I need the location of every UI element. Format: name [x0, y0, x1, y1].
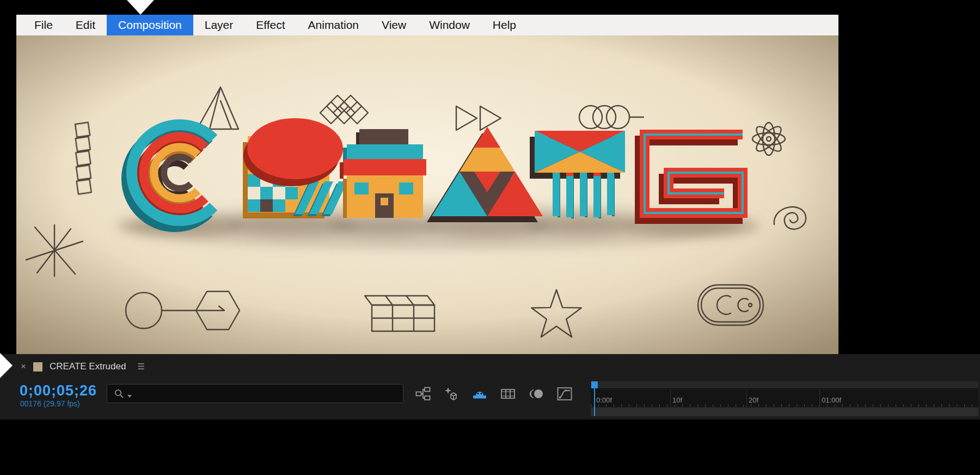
menu-animation[interactable]: Animation — [297, 15, 370, 35]
menu-bar: File Edit Composition Layer Effect Anima… — [16, 15, 838, 35]
timeline-toggle-bar — [415, 386, 573, 402]
menu-view[interactable]: View — [370, 15, 418, 35]
ruler-label-1: 10f — [672, 396, 682, 404]
right-arrow-icon — [0, 353, 13, 378]
frame-ticks — [591, 404, 978, 407]
motion-blur-icon[interactable] — [528, 386, 544, 402]
search-icon — [114, 388, 125, 399]
frame-info: 00176 (29.97 fps) — [20, 399, 80, 408]
menu-composition[interactable]: Composition — [107, 15, 193, 35]
ruler-label-2: 20f — [749, 396, 758, 404]
time-ruler[interactable]: 0:00f 10f 20f 01:00f — [591, 381, 978, 416]
playhead-handle[interactable] — [591, 381, 598, 388]
graph-editor-icon[interactable] — [556, 386, 573, 402]
menu-edit[interactable]: Edit — [64, 15, 107, 35]
create-artwork — [16, 35, 838, 354]
timeline-tab-row: × CREATE Extruded ☰ — [0, 354, 145, 379]
menu-effect[interactable]: Effect — [244, 15, 296, 35]
close-icon[interactable]: × — [21, 361, 26, 372]
app-window: File Edit Composition Layer Effect Anima… — [0, 0, 980, 475]
shy-layers-icon[interactable] — [471, 386, 488, 402]
menu-layer[interactable]: Layer — [193, 15, 245, 35]
search-input[interactable] — [107, 384, 403, 403]
menu-help[interactable]: Help — [481, 15, 528, 35]
time-navigator[interactable] — [591, 381, 978, 389]
mini-flowchart-icon[interactable] — [415, 386, 431, 402]
draft-3d-icon[interactable] — [443, 386, 460, 402]
menu-window[interactable]: Window — [418, 15, 481, 35]
ruler-label-3: 01:00f — [822, 396, 841, 404]
timeline-tab-title[interactable]: CREATE Extruded — [50, 361, 126, 372]
search-options-caret-icon[interactable] — [127, 395, 132, 398]
ruler-label-0: 0:00f — [596, 396, 612, 404]
vignette-overlay — [16, 35, 838, 354]
timeline-panel: × CREATE Extruded ☰ 0;00;05;26 00176 (29… — [0, 354, 980, 475]
panel-menu-icon[interactable]: ☰ — [137, 362, 144, 372]
work-area-bar[interactable] — [591, 407, 978, 416]
current-timecode[interactable]: 0;00;05;26 — [20, 382, 97, 399]
composition-viewport[interactable] — [16, 35, 838, 354]
down-arrow-icon — [127, 0, 154, 15]
frame-blending-icon[interactable] — [500, 386, 516, 402]
menu-file[interactable]: File — [23, 15, 64, 35]
time-ruler-numbers[interactable]: 0:00f 10f 20f 01:00f — [591, 389, 978, 407]
comp-color-swatch[interactable] — [33, 362, 42, 372]
